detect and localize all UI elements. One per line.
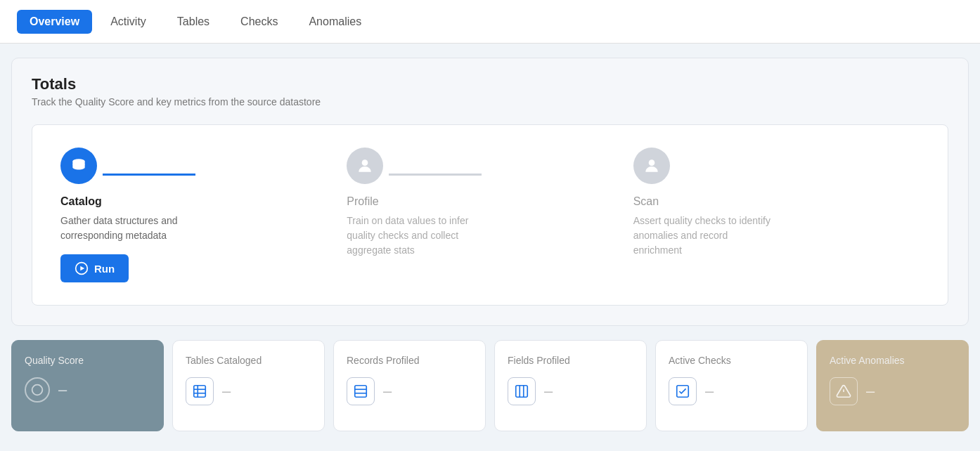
active-checks-icon [669,377,697,405]
active-anomalies-value-row: – [830,377,955,405]
fields-profiled-value: – [544,382,553,400]
tables-cataloged-title: Tables Cataloged [186,355,311,366]
tables-cataloged-card: Tables Cataloged – [172,340,325,431]
nav-activity[interactable]: Activity [98,10,159,34]
records-profiled-card: Records Profiled – [333,340,486,431]
fields-profiled-title: Fields Profiled [508,355,633,366]
scan-name: Scan [633,195,659,208]
quality-score-value-row: – [25,377,150,403]
active-checks-card: Active Checks – [655,340,808,431]
profile-circle [347,148,383,184]
columns-icon [514,384,529,399]
catalog-step-header [60,148,201,184]
fields-profiled-card: Fields Profiled – [494,340,647,431]
svg-point-3 [362,159,368,166]
scan-step-header [633,148,774,184]
nav-overview[interactable]: Overview [17,10,92,34]
scan-circle [633,148,670,184]
database-icon [70,157,88,175]
profile-step: Profile Train on data values to infer qu… [347,148,487,258]
tables-cataloged-value-row: – [186,377,311,405]
catalog-profile-line [103,174,195,176]
svg-rect-10 [355,386,367,398]
svg-marker-2 [80,266,84,271]
svg-rect-13 [516,386,528,398]
profile-icon [356,157,374,175]
fields-profiled-value-row: – [508,377,633,405]
quality-score-card: Quality Score – [11,340,164,431]
records-profiled-title: Records Profiled [347,355,472,366]
profile-scan-line [389,174,482,176]
profile-desc: Train on data values to infer quality ch… [347,214,487,258]
scan-step-container: Scan Assert quality checks to identify a… [633,148,920,258]
profile-name: Profile [347,195,378,208]
catalog-circle [60,148,97,184]
svg-point-4 [648,159,655,166]
rows-icon [353,384,368,399]
warning-icon [836,384,851,399]
table-icon [192,384,207,399]
svg-rect-6 [194,386,206,398]
totals-card: Totals Track the Quality Score and key m… [11,58,969,326]
active-checks-title: Active Checks [669,355,794,366]
nav-anomalies[interactable]: Anomalies [296,10,374,34]
profile-step-container: Profile Train on data values to infer qu… [347,148,633,258]
active-anomalies-value: – [866,382,875,400]
run-button[interactable]: Run [60,254,129,282]
totals-subtitle: Track the Quality Score and key metrics … [32,96,948,107]
scan-step: Scan Assert quality checks to identify a… [633,148,774,258]
catalog-desc: Gather data structures and corresponding… [60,214,201,243]
main-content: Totals Track the Quality Score and key m… [0,44,980,445]
quality-score-title: Quality Score [25,355,150,366]
top-nav: Overview Activity Tables Checks Anomalie… [0,0,980,44]
scan-icon [643,157,661,175]
totals-title: Totals [32,75,948,93]
metrics-row: Quality Score – Tables Cataloged [11,340,969,431]
catalog-name: Catalog [60,195,102,208]
svg-point-5 [32,385,43,396]
circle-icon [30,382,45,398]
catalog-step: Catalog Gather data structures and corre… [60,148,201,282]
play-icon [75,261,89,275]
active-checks-value: – [705,382,714,400]
records-profiled-value: – [383,382,392,400]
tables-cataloged-icon [186,377,214,405]
records-profiled-value-row: – [347,377,472,405]
fields-profiled-icon [508,377,536,405]
tables-cataloged-value: – [222,382,231,400]
run-label: Run [94,263,115,275]
active-anomalies-card: Active Anomalies – [816,340,969,431]
nav-checks[interactable]: Checks [228,10,290,34]
active-anomalies-title: Active Anomalies [830,355,955,366]
pipeline-card: Catalog Gather data structures and corre… [32,124,948,306]
quality-score-icon [25,377,50,403]
quality-score-value: – [58,381,67,399]
nav-tables[interactable]: Tables [165,10,222,34]
checkmark-icon [675,384,690,399]
records-profiled-icon [347,377,375,405]
active-anomalies-icon [830,377,858,405]
catalog-step-container: Catalog Gather data structures and corre… [60,148,347,282]
active-checks-value-row: – [669,377,794,405]
scan-desc: Assert quality checks to identify anomal… [633,214,774,258]
profile-step-header [347,148,487,184]
